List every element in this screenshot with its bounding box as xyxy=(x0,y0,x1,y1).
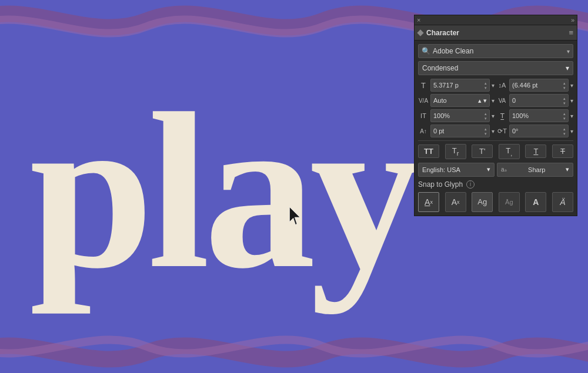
underline-button[interactable]: T xyxy=(525,145,546,158)
glyph-buttons-row: Ax Ax Ag Āg A Ä xyxy=(418,192,573,212)
leading-down-arrow[interactable]: ▾ xyxy=(563,86,566,90)
play-text: play xyxy=(29,95,416,285)
panel-titlebar: Character ≡ xyxy=(415,25,577,41)
tracking-field[interactable]: 0 ▴ ▾ xyxy=(509,94,569,107)
pen-cursor-icon xyxy=(288,206,306,226)
baseline-icon: A↑ xyxy=(418,128,429,135)
h-scale-unit-arrow[interactable]: ▾ xyxy=(570,113,573,119)
strikethrough-button[interactable]: T xyxy=(552,145,573,158)
kerning-value: Auto xyxy=(433,97,447,104)
search-icon: 🔍 xyxy=(422,47,430,55)
baseline-value: 0 pt xyxy=(433,127,444,135)
leading-unit-arrow[interactable]: ▾ xyxy=(570,82,573,89)
baseline-group: A↑ 0 pt ▴ ▾ ▾ xyxy=(418,125,495,137)
rotation-unit-arrow[interactable]: ▾ xyxy=(570,128,573,135)
font-size-field[interactable]: 5.3717 p ▴ ▾ xyxy=(430,79,490,92)
size-unit-arrow[interactable]: ▾ xyxy=(492,82,495,89)
collapse-icon[interactable]: » xyxy=(571,16,574,23)
wavy-line-bottom xyxy=(0,326,588,373)
glyph-btn-1[interactable]: Ax xyxy=(418,192,439,212)
baseline-field[interactable]: 0 pt ▴ ▾ xyxy=(430,125,490,137)
antialias-prefix: aₐ xyxy=(501,166,507,173)
glyph-btn-6[interactable]: Ä xyxy=(552,192,573,212)
leading-group: ↕A (6.446 pt ▴ ▾ ▾ xyxy=(497,79,573,92)
v-scale-icon: IT xyxy=(418,112,429,119)
language-value: English: USA xyxy=(422,166,460,173)
size-leading-row: T 5.3717 p ▴ ▾ ▾ ↕A (6.446 pt ▴ ▾ xyxy=(418,79,573,92)
kerning-unit-arrow[interactable]: ▾ xyxy=(492,98,495,104)
rotation-icon: ⟳T xyxy=(497,127,507,135)
font-search-row[interactable]: 🔍 ▾ xyxy=(418,44,573,58)
v-scale-down-arrow[interactable]: ▾ xyxy=(485,116,487,120)
style-dropdown-arrow: ▾ xyxy=(566,64,569,72)
kerning-down-arrow[interactable]: ▾ xyxy=(483,97,487,104)
leading-field[interactable]: (6.446 pt ▴ ▾ xyxy=(509,79,569,92)
baseline-unit-arrow[interactable]: ▾ xyxy=(492,128,495,135)
character-panel: × » Character ≡ 🔍 ▾ Condensed ▾ T xyxy=(414,15,577,216)
v-scale-field[interactable]: 100% ▴ ▾ xyxy=(430,109,490,122)
font-dropdown-arrow: ▾ xyxy=(567,48,570,55)
h-scale-field[interactable]: 100% ▴ ▾ xyxy=(509,109,569,122)
style-value: Condensed xyxy=(422,64,458,72)
font-size-value: 5.3717 p xyxy=(433,82,459,89)
scale-row: IT 100% ▴ ▾ ▾ T̲ 100% ▴ ▾ xyxy=(418,109,573,122)
leading-icon: ↕A xyxy=(497,82,507,89)
subscript-button[interactable]: T, xyxy=(499,144,520,159)
snap-to-glyph-label: Snap to Glyph xyxy=(418,180,463,189)
language-dropdown[interactable]: English: USA ▾ xyxy=(418,163,495,177)
tracking-down-arrow[interactable]: ▾ xyxy=(563,101,566,105)
font-name-input[interactable] xyxy=(433,47,567,55)
snap-info-icon[interactable]: i xyxy=(466,180,475,189)
baseline-up-arrow[interactable]: ▴ xyxy=(485,127,487,131)
h-scale-down-arrow[interactable]: ▾ xyxy=(563,116,566,120)
v-scale-unit-arrow[interactable]: ▾ xyxy=(492,113,495,119)
tracking-icon: VA xyxy=(497,98,507,104)
font-size-group: T 5.3717 p ▴ ▾ ▾ xyxy=(418,79,495,92)
antialiasing-dropdown[interactable]: aₐ Sharp ▾ xyxy=(497,163,573,177)
kerning-group: V/A Auto ▴ ▾ ▾ xyxy=(418,94,495,107)
style-dropdown[interactable]: Condensed ▾ xyxy=(418,61,573,75)
superscript-button[interactable]: T' xyxy=(472,145,493,158)
panel-diamond-icon xyxy=(417,29,423,36)
kerning-field[interactable]: Auto ▴ ▾ xyxy=(430,94,490,107)
small-caps-button[interactable]: Tr xyxy=(445,144,466,159)
panel-menu-button[interactable]: ≡ xyxy=(569,28,573,37)
baseline-down-arrow[interactable]: ▾ xyxy=(485,132,487,136)
panel-title: Character xyxy=(426,29,459,37)
font-size-icon: T xyxy=(418,81,429,90)
svg-marker-0 xyxy=(290,207,300,225)
baseline-rotation-row: A↑ 0 pt ▴ ▾ ▾ ⟳T 0° ▴ ▾ xyxy=(418,125,573,137)
rotation-up-arrow[interactable]: ▴ xyxy=(563,127,566,131)
tracking-unit-arrow[interactable]: ▾ xyxy=(570,98,573,104)
glyph-btn-3[interactable]: Ag xyxy=(472,192,493,212)
rotation-value: 0° xyxy=(512,127,519,135)
close-icon[interactable]: × xyxy=(417,16,420,23)
glyph-btn-2[interactable]: Ax xyxy=(445,192,466,212)
v-scale-group: IT 100% ▴ ▾ ▾ xyxy=(418,109,495,122)
h-scale-up-arrow[interactable]: ▴ xyxy=(563,112,566,116)
v-scale-up-arrow[interactable]: ▴ xyxy=(485,112,487,116)
tracking-group: VA 0 ▴ ▾ ▾ xyxy=(497,94,573,107)
rotation-field[interactable]: 0° ▴ ▾ xyxy=(509,125,569,137)
size-up-arrow[interactable]: ▴ xyxy=(485,81,487,85)
tracking-up-arrow[interactable]: ▴ xyxy=(563,96,566,100)
size-down-arrow[interactable]: ▾ xyxy=(485,86,487,90)
antialiasing-value: Sharp xyxy=(528,166,545,173)
v-scale-value: 100% xyxy=(433,112,450,119)
glyph-btn-5[interactable]: A xyxy=(525,192,546,212)
snap-to-glyph-row: Snap to Glyph i xyxy=(418,180,573,189)
glyph-btn-4[interactable]: Āg xyxy=(499,192,520,212)
divider-1 xyxy=(418,140,573,141)
leading-up-arrow[interactable]: ▴ xyxy=(563,81,566,85)
panel-top-bar: × » xyxy=(415,15,577,25)
h-scale-group: T̲ 100% ▴ ▾ ▾ xyxy=(497,109,573,122)
tracking-value: 0 xyxy=(512,97,516,104)
kerning-icon: V/A xyxy=(418,98,429,104)
type-style-buttons-row: TT Tr T' T, T T xyxy=(418,144,573,159)
kerning-up-arrow[interactable]: ▴ xyxy=(478,97,482,104)
h-scale-icon: T̲ xyxy=(497,112,507,120)
all-caps-button[interactable]: TT xyxy=(418,145,439,158)
kerning-tracking-row: V/A Auto ▴ ▾ ▾ VA 0 ▴ ▾ xyxy=(418,94,573,107)
rotation-down-arrow[interactable]: ▾ xyxy=(563,132,566,136)
info-letter: i xyxy=(470,181,471,187)
